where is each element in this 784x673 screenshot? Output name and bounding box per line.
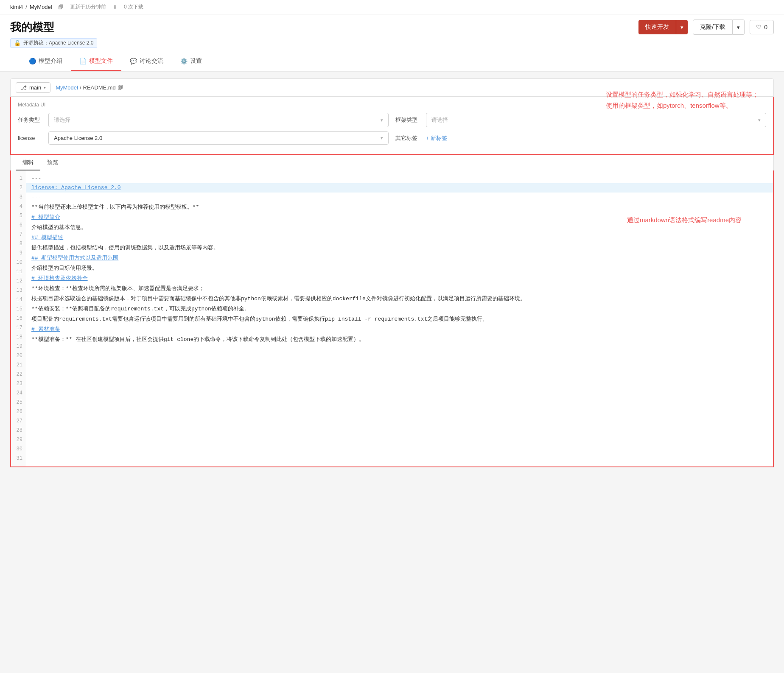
- line-number: 19: [11, 342, 26, 351]
- line-number: 15: [11, 304, 26, 314]
- title-row: 我的模型 快速开发 ▾ 克隆/下载 ▾ ♡ 0: [10, 20, 774, 35]
- branch-name: main: [29, 84, 41, 91]
- tab-discuss[interactable]: 💬 讨论交流: [121, 52, 172, 71]
- copy-icon: 🗐: [58, 4, 63, 10]
- main-content: ⎇ main ▾ MyModel / README.md 🗐 设置模型的任务类型…: [0, 72, 784, 668]
- tags-area: + 新标签: [426, 134, 766, 142]
- quick-dev-arrow[interactable]: ▾: [676, 20, 688, 34]
- line-number: 29: [11, 435, 26, 444]
- copy-file-icon[interactable]: 🗐: [118, 84, 123, 91]
- code-editor-inner: 1234567891011121314151617181920212223242…: [11, 170, 773, 466]
- path-repo[interactable]: MyModel: [56, 84, 78, 91]
- tab-intro[interactable]: 🔵 模型介绍: [20, 52, 71, 71]
- breadcrumb-repo[interactable]: MyModel: [30, 4, 52, 10]
- discuss-icon: 💬: [130, 58, 137, 64]
- clone-download-button[interactable]: 克隆/下载: [693, 20, 733, 35]
- license-select[interactable]: Apache License 2.0 ▾: [48, 131, 389, 145]
- code-line: 根据项目需求选取适合的基础镜像版本，对于项目中需要而基础镜像中不包含的其他非py…: [26, 294, 773, 304]
- line-number: 22: [11, 370, 26, 379]
- clone-download-split: 克隆/下载 ▾: [693, 20, 745, 35]
- code-line: ---: [26, 174, 773, 183]
- line-number: 12: [11, 276, 26, 286]
- line-number: 6: [11, 221, 26, 230]
- license-label: license: [18, 135, 43, 141]
- code-line: 项目配备的requirements.txt需要包含运行该项目中需要用到的所有基础…: [26, 315, 773, 324]
- quick-dev-split: 快速开发 ▾: [638, 20, 688, 34]
- code-line: ---: [26, 193, 773, 202]
- metadata-section: Metadata UI 任务类型 请选择 ▾ 框架类型 请选择 ▾: [10, 97, 774, 155]
- line-number: 31: [11, 454, 26, 463]
- breadcrumb-bar: kimi4 / MyModel 🗐 更新于15分钟前 ⬇ 0 次下载: [0, 0, 784, 14]
- line-number: 4: [11, 202, 26, 211]
- tab-preview[interactable]: 预览: [40, 155, 65, 170]
- task-type-label: 任务类型: [18, 116, 43, 124]
- branch-icon: ⎇: [20, 84, 27, 91]
- tab-files[interactable]: 📄 模型文件: [71, 52, 121, 71]
- line-number: 21: [11, 360, 26, 370]
- line-number: 20: [11, 351, 26, 360]
- header-actions: 快速开发 ▾ 克隆/下载 ▾ ♡ 0: [638, 20, 774, 35]
- quick-dev-button[interactable]: 快速开发: [638, 20, 676, 34]
- files-icon: 📄: [79, 58, 87, 64]
- task-type-placeholder: 请选择: [54, 116, 70, 124]
- line-number: 23: [11, 379, 26, 388]
- code-line: 介绍模型的基本信息。: [26, 223, 773, 232]
- line-number: 26: [11, 407, 26, 416]
- code-content[interactable]: ---license: Apache License 2.0---**当前模型还…: [26, 170, 773, 466]
- heart-icon: ♡: [756, 24, 762, 31]
- task-type-select[interactable]: 请选择 ▾: [48, 113, 389, 127]
- framework-select[interactable]: 请选择 ▾: [426, 113, 766, 127]
- license-arrow: ▾: [381, 135, 383, 141]
- code-line: 介绍模型的目标使用场景。: [26, 264, 773, 273]
- line-number: 17: [11, 323, 26, 332]
- code-line: # 模型简介: [26, 213, 773, 222]
- code-line: license: Apache License 2.0: [26, 183, 773, 193]
- line-number: 13: [11, 286, 26, 295]
- line-number: 24: [11, 388, 26, 398]
- path-sep: /: [80, 84, 81, 91]
- metadata-row-1: 任务类型 请选择 ▾ 框架类型 请选择 ▾: [18, 113, 766, 127]
- path-file: README.md: [83, 84, 116, 91]
- branch-selector[interactable]: ⎇ main ▾: [16, 82, 50, 93]
- page-header: 我的模型 快速开发 ▾ 克隆/下载 ▾ ♡ 0 🔓 开源协议：Apache Li…: [0, 14, 784, 72]
- line-number: 3: [11, 193, 26, 202]
- chevron-down-icon: ▾: [44, 85, 46, 90]
- line-number: 16: [11, 314, 26, 323]
- line-number: 11: [11, 267, 26, 276]
- license-value: Apache License 2.0: [54, 135, 102, 141]
- navigation-tabs: 🔵 模型介绍 📄 模型文件 💬 讨论交流 ⚙️ 设置: [10, 52, 774, 71]
- file-path: MyModel / README.md 🗐: [56, 84, 123, 91]
- code-line: **依赖安装：**依照项目配备的requirements.txt，可以完成pyt…: [26, 304, 773, 314]
- line-number: 1: [11, 174, 26, 183]
- clone-download-arrow[interactable]: ▾: [733, 20, 745, 35]
- add-tag-button[interactable]: + 新标签: [426, 134, 447, 142]
- framework-placeholder: 请选择: [431, 116, 448, 124]
- tab-settings-label: 设置: [190, 57, 202, 65]
- license-field: license Apache License 2.0 ▾: [18, 131, 389, 145]
- tab-edit[interactable]: 编辑: [16, 155, 40, 170]
- task-type-arrow: ▾: [381, 117, 383, 123]
- code-line: **环境检查：**检查环境所需的框架版本、加速器配置是否满足要求；: [26, 284, 773, 293]
- framework-type-field: 框架类型 请选择 ▾: [395, 113, 766, 127]
- tab-settings[interactable]: ⚙️ 设置: [172, 52, 210, 71]
- like-count: 0: [764, 24, 767, 31]
- breadcrumb-user[interactable]: kimi4: [10, 4, 23, 10]
- license-icon: 🔓: [14, 40, 21, 46]
- download-count: 0 次下载: [124, 3, 143, 11]
- framework-label: 框架类型: [395, 116, 421, 124]
- code-line: # 素材准备: [26, 325, 773, 334]
- metadata-label: Metadata UI: [18, 102, 766, 108]
- code-editor[interactable]: 1234567891011121314151617181920212223242…: [10, 170, 774, 467]
- line-number: 8: [11, 239, 26, 249]
- code-line: ## 期望模型使用方式以及适用范围: [26, 254, 773, 263]
- license-badge[interactable]: 🔓 开源协议：Apache License 2.0: [10, 38, 97, 48]
- other-tags-label: 其它标签: [395, 134, 421, 142]
- tab-discuss-label: 讨论交流: [140, 57, 163, 65]
- code-line: 提供模型描述，包括模型结构，使用的训练数据集，以及适用场景等等内容。: [26, 243, 773, 253]
- like-button[interactable]: ♡ 0: [750, 20, 774, 34]
- intro-icon: 🔵: [29, 58, 36, 64]
- license-text: 开源协议：Apache License 2.0: [23, 39, 93, 47]
- code-line: **模型准备：** 在社区创建模型项目后，社区会提供git clone的下载命令…: [26, 335, 773, 344]
- line-number: 10: [11, 258, 26, 267]
- line-number: 30: [11, 444, 26, 454]
